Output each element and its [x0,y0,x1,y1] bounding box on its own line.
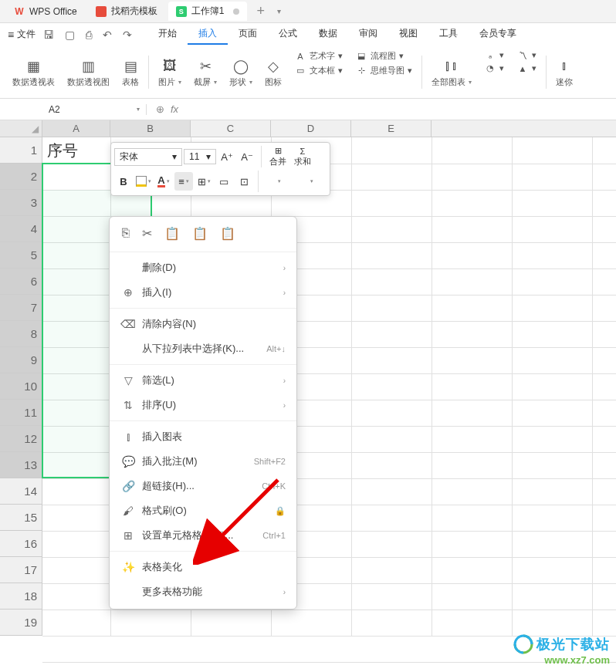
copy-icon[interactable]: ⎘ [122,226,130,241]
row-header[interactable]: 13 [0,452,42,478]
sum-button[interactable]: Σ求和 [291,147,314,166]
font-color-button[interactable]: A▾ [154,172,173,191]
redo-icon[interactable]: ↷ [123,29,132,41]
tab-start[interactable]: 开始 [147,24,188,45]
row-header[interactable]: 12 [0,426,42,452]
row-header[interactable]: 6 [0,268,42,295]
row-header[interactable]: 9 [0,347,42,373]
tab-page[interactable]: 页面 [228,24,268,45]
row-header[interactable]: 19 [0,610,42,636]
column-header-B[interactable]: B [110,120,191,137]
row-header[interactable]: 2 [0,164,42,190]
menu-more[interactable]: 更多表格功能› [110,579,296,604]
merge-button[interactable]: ⊞合并 [266,147,289,166]
picture-button[interactable]: 🖼 图片▾ [152,49,188,95]
row-header[interactable]: 14 [0,478,42,505]
row-header[interactable]: 8 [0,321,42,347]
bold-button[interactable]: B [114,172,133,191]
tab-member[interactable]: 会员专享 [469,24,527,45]
pivot-table-button[interactable]: ▦ 数据透视表 [6,49,61,95]
shapes-button[interactable]: ◯ 形状▾ [223,49,259,95]
increase-font-button[interactable]: A⁺ [218,147,236,166]
tab-dropdown-button[interactable]: ▾ [277,7,281,15]
table-button[interactable]: ▤ 表格 [116,49,145,95]
menu-delete[interactable]: 删除(D)› [110,255,296,280]
sum-dropdown[interactable]: ▾ [296,172,327,191]
area-chart-button[interactable]: ▲▾ [513,62,540,74]
flowchart-button[interactable]: ⬓流程图▾ [352,49,415,62]
fx-icon[interactable]: fx [171,103,178,115]
new-icon[interactable]: ▢ [65,29,75,41]
menu-format-cells[interactable]: ⊞设置单元格格式(F)...Ctrl+1 [110,523,296,548]
row-header[interactable]: 11 [0,400,42,426]
menu-sort[interactable]: ⇅排序(U)› [110,393,296,417]
sparkline-button[interactable]: ⫾ 迷你 [550,49,579,95]
row-header[interactable]: 7 [0,295,42,321]
undo-icon[interactable]: ↶ [103,29,112,41]
screenshot-button[interactable]: ✂ 截屏▾ [188,49,223,95]
border-button[interactable]: ⊞▾ [195,172,213,191]
app-tab-workbook[interactable]: S 工作簿1 [168,2,248,21]
textbox-button[interactable]: ▭文本框▾ [291,64,346,77]
format-button[interactable]: ⊡ [235,172,253,191]
select-all-corner[interactable]: ◢ [0,120,42,137]
pie-chart-button[interactable]: ◔▾ [481,62,507,74]
tab-formula[interactable]: 公式 [268,24,308,45]
menu-beautify[interactable]: ✨表格美化 [110,555,296,579]
tab-tools[interactable]: 工具 [428,24,469,45]
decrease-font-button[interactable]: A⁻ [238,147,256,166]
new-tab-button[interactable]: + [250,3,271,19]
row-header[interactable]: 1 [0,137,42,164]
menu-insert-chart[interactable]: ⫿插入图表 [110,424,296,449]
font-size-select[interactable]: 11▾ [184,149,216,164]
tab-view[interactable]: 视图 [388,24,428,45]
tab-data[interactable]: 数据 [308,24,348,45]
menu-insert[interactable]: ⊕插入(I)› [110,280,296,305]
font-select[interactable]: 宋体▾ [114,148,182,166]
line-chart-button[interactable]: 〽▾ [513,49,540,61]
row-header[interactable]: 5 [0,242,42,268]
hamburger-icon[interactable]: ≡ [8,29,14,41]
cell-A1[interactable]: 序号 [42,137,110,164]
column-header-A[interactable]: A [42,120,110,137]
all-charts-button[interactable]: ⫿⫾ 全部图表▾ [425,49,478,95]
menu-dropdown-pick[interactable]: 从下拉列表中选择(K)...Alt+↓ [110,336,296,361]
menu-format-painter[interactable]: 🖌格式刷(O)🔒 [110,498,296,523]
wordart-button[interactable]: A艺术字▾ [291,49,346,62]
row-header[interactable]: 17 [0,557,42,583]
column-header-E[interactable]: E [351,120,432,137]
column-header-D[interactable]: D [271,120,351,137]
pivot-chart-button[interactable]: ▥ 数据透视图 [61,49,116,95]
row-header[interactable]: 18 [0,583,42,610]
merge-dropdown[interactable]: ▾ [263,172,294,191]
zoom-icon[interactable]: ⊕ [156,103,164,115]
cell-style-button[interactable]: ▭ [215,172,233,191]
row-header[interactable]: 15 [0,505,42,531]
paste-values-icon[interactable]: 📋 [220,226,235,241]
row-header[interactable]: 16 [0,531,42,557]
print-icon[interactable]: ⎙ [86,29,92,41]
formula-bar[interactable]: ⊕ fx [147,103,178,115]
column-header-C[interactable]: C [191,120,271,137]
menu-filter[interactable]: ▽筛选(L)› [110,368,296,393]
icons-button[interactable]: ◇ 图标 [259,49,288,95]
app-tab-template[interactable]: 找稻壳模板 [88,2,165,21]
paste-icon[interactable]: 📋 [164,226,180,241]
bar-chart-button[interactable]: ₐ▾ [481,49,507,61]
highlight-button[interactable]: ▾ [134,172,153,191]
cut-icon[interactable]: ✂ [142,226,152,241]
menu-clear[interactable]: ⌫清除内容(N) [110,312,296,336]
file-menu[interactable]: 文件 [17,28,36,41]
row-header[interactable]: 3 [0,190,42,216]
paste-special-icon[interactable]: 📋 [192,226,208,241]
menu-hyperlink[interactable]: 🔗超链接(H)...Ctrl+K [110,474,296,498]
align-button[interactable]: ≡▾ [174,172,193,191]
menu-insert-comment[interactable]: 💬插入批注(M)Shift+F2 [110,449,296,474]
row-header[interactable]: 10 [0,373,42,400]
row-header[interactable]: 4 [0,216,42,242]
name-box[interactable]: A2 ▾ [42,104,147,115]
mindmap-button[interactable]: ⊹思维导图▾ [352,64,415,77]
app-tab-wps[interactable]: W WPS Office [6,3,85,20]
tab-insert[interactable]: 插入 [188,24,228,45]
save-icon[interactable]: 🖫 [43,29,54,41]
